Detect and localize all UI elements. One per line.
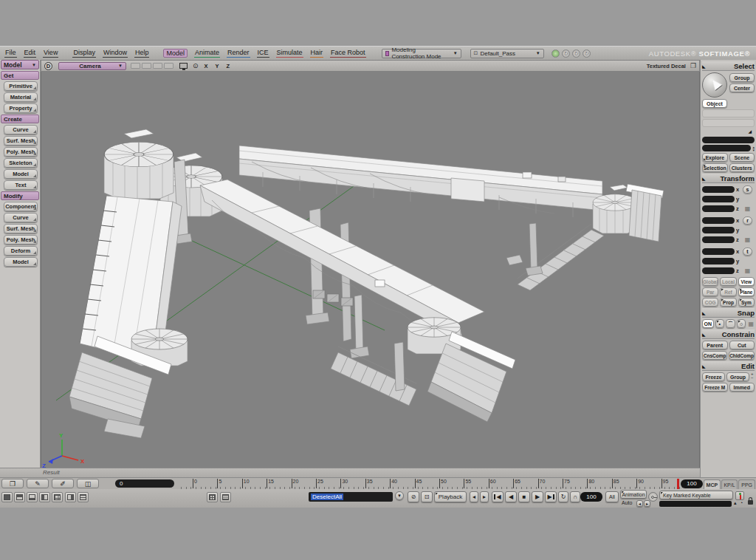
cog-button[interactable]: COG — [702, 298, 718, 307]
layout-preset-6[interactable] — [65, 492, 76, 502]
grid-small-icon-1[interactable] — [207, 492, 218, 502]
clock-icon[interactable]: ◔ — [740, 500, 743, 505]
snap-point-icon[interactable]: • — [715, 319, 725, 328]
current-frame-field[interactable]: 0 — [115, 479, 174, 488]
snap-header[interactable]: ◣ Snap — [702, 308, 755, 318]
playback-menu-button[interactable]: Playback — [434, 491, 467, 502]
button-poly-mesh-modify[interactable]: Poly. Mesh — [4, 235, 38, 245]
button-component[interactable]: Component — [4, 202, 38, 211]
keyable-parameters-field[interactable] — [659, 501, 732, 507]
first-frame-button[interactable]: ◀ — [492, 491, 504, 502]
grid-icon[interactable]: ▦ — [743, 236, 752, 244]
button-model-create[interactable]: Model — [4, 169, 38, 179]
section-header-get[interactable]: Get — [1, 71, 39, 80]
grid-icon[interactable]: ▦ — [743, 267, 752, 275]
lock-icon[interactable] — [748, 500, 753, 505]
button-curve-create[interactable]: Curve — [4, 125, 38, 134]
cube-stack-icon[interactable]: ❐ — [1, 479, 24, 488]
menu-window[interactable]: Window — [103, 49, 128, 58]
scale-y-field[interactable] — [702, 196, 735, 202]
memo-cam-button-2[interactable] — [142, 63, 151, 69]
layout-preset-2[interactable] — [14, 492, 25, 502]
end-frame-field[interactable]: 100 — [681, 479, 703, 488]
auto-next-button[interactable]: ▸ — [644, 500, 650, 507]
all-button[interactable]: All — [605, 491, 619, 502]
snap-curve-icon[interactable]: ⌒ — [726, 319, 735, 328]
chldcomp-button[interactable]: ChldComp — [729, 351, 755, 360]
menu-render[interactable]: Render — [227, 49, 250, 58]
translate-x-field[interactable] — [702, 248, 735, 255]
audio-button[interactable]: ∩ — [570, 491, 580, 502]
snap-on-button[interactable]: ON — [702, 319, 714, 328]
explore-button[interactable]: Explore — [702, 153, 728, 162]
play-button[interactable]: ▶ — [532, 491, 543, 502]
character-key-icon[interactable] — [735, 491, 744, 500]
menu-view[interactable]: View — [43, 49, 58, 58]
immed-button[interactable]: Immed — [729, 383, 755, 392]
global-mode-button[interactable]: Global — [702, 277, 718, 286]
select-header[interactable]: ◣ Select — [702, 61, 755, 71]
viewport-letter-button[interactable]: D — [44, 62, 52, 70]
button-text[interactable]: Text — [4, 180, 38, 190]
menu-face-robot[interactable]: Face Robot — [330, 49, 366, 58]
freeze-button[interactable]: Freeze — [702, 372, 725, 381]
toolbar-mode-selector[interactable]: Model ▼ — [1, 60, 39, 69]
menu-model[interactable]: Model — [163, 49, 188, 58]
visibility-eye-icon[interactable]: ⊙ — [193, 62, 199, 69]
memo-cam-button-4[interactable] — [164, 63, 173, 69]
menu-animate[interactable]: Animate — [194, 49, 220, 58]
script-dropdown-button[interactable]: ▼ — [395, 491, 404, 500]
menu-ice[interactable]: ICE — [257, 49, 269, 58]
last-frame-button[interactable]: ▶ — [545, 491, 557, 502]
translate-y-field[interactable] — [702, 258, 735, 264]
loop-button[interactable]: ↻ — [558, 491, 568, 502]
render-preview-button[interactable]: ↻ — [572, 49, 580, 58]
menu-simulate[interactable]: Simulate — [276, 49, 303, 58]
split-view-icon[interactable]: ◫ — [77, 479, 99, 488]
button-primitive[interactable]: Primitive — [4, 81, 38, 91]
display-mode-menu[interactable]: Textured Decal — [647, 63, 686, 69]
snapshot-icon[interactable]: ⊡ — [421, 491, 433, 502]
panel-icon[interactable]: ❐ — [690, 62, 696, 69]
select-tool-button[interactable] — [702, 72, 727, 98]
translate-button[interactable]: t — [743, 247, 752, 256]
render-refresh-button[interactable]: ↻ — [562, 49, 570, 58]
group-edit-button[interactable]: Group — [726, 372, 749, 381]
spin-up-icon[interactable]: ▴ — [734, 500, 737, 506]
snap-grid-icon[interactable]: ▦ — [747, 320, 755, 328]
selection-field-2[interactable] — [702, 145, 751, 151]
view-mode-button[interactable]: View — [738, 277, 755, 286]
selection-field-1[interactable] — [702, 137, 755, 143]
section-header-modify[interactable]: Modify — [1, 191, 39, 200]
cut-button[interactable]: Cut — [729, 341, 755, 349]
scene-button[interactable]: Scene — [729, 153, 755, 162]
render-region-button[interactable] — [551, 49, 560, 58]
play-backward-button[interactable]: ◀ — [505, 491, 517, 502]
button-skeleton[interactable]: Skeleton — [4, 158, 38, 168]
sym-button[interactable]: Sym — [738, 298, 755, 307]
viewport-3d[interactable]: Y X Z — [41, 72, 700, 468]
constrain-header[interactable]: ◣ Constrain — [702, 329, 755, 339]
plane-mode-button[interactable]: Plane — [738, 287, 755, 296]
selection-button[interactable]: Selection — [702, 163, 728, 172]
auto-prev-button[interactable]: ◂ — [636, 500, 643, 507]
menu-help[interactable]: Help — [134, 49, 150, 58]
memo-cam-button-1[interactable] — [131, 63, 140, 69]
construction-mode-dropdown[interactable]: Modeling Construction Mode ▼ — [382, 49, 461, 58]
button-curve-modify[interactable]: Curve — [4, 213, 38, 222]
scale-x-field[interactable] — [702, 186, 735, 193]
stop-button[interactable]: ■ — [518, 491, 530, 502]
step-forward-button[interactable]: ▸ — [480, 491, 489, 502]
button-surf-mesh-create[interactable]: Surf. Mesh — [4, 136, 38, 146]
center-button[interactable]: Center — [729, 83, 755, 92]
key-icon[interactable] — [648, 492, 658, 502]
script-command-field[interactable]: DeselectAll — [309, 492, 393, 502]
step-back-button[interactable]: ◂ — [470, 491, 478, 502]
rotate-x-field[interactable] — [702, 217, 735, 224]
layout-preset-1[interactable] — [1, 492, 13, 502]
menu-display[interactable]: Display — [72, 49, 96, 58]
layout-preset-5[interactable] — [52, 492, 63, 502]
menu-hair[interactable]: Hair — [310, 49, 324, 58]
local-mode-button[interactable]: Local — [720, 277, 736, 286]
menu-edit[interactable]: Edit — [24, 49, 37, 58]
